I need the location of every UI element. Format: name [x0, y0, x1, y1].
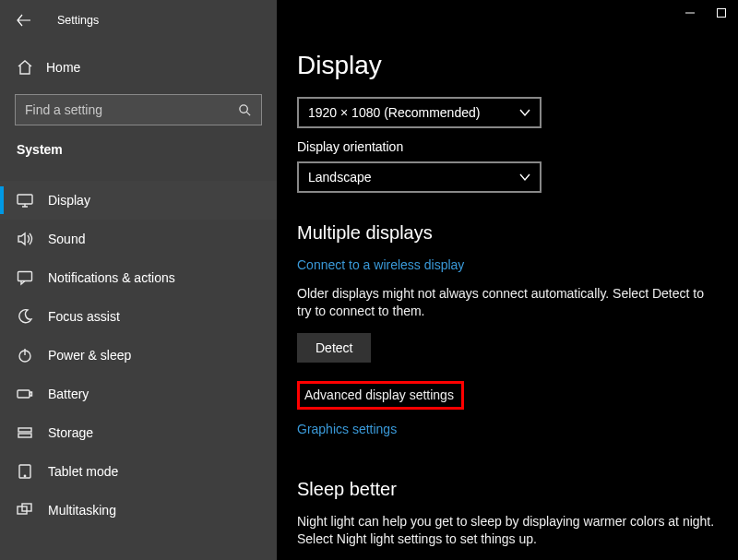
svg-rect-7 — [18, 434, 31, 437]
window-buttons — [684, 7, 727, 18]
orientation-value: Landscape — [308, 170, 372, 185]
nav-item-notifications[interactable]: Notifications & actions — [0, 258, 277, 297]
nav-label: Sound — [48, 232, 85, 246]
back-button[interactable] — [17, 13, 31, 28]
advanced-display-settings-link[interactable]: Advanced display settings — [297, 381, 464, 410]
nav-item-display[interactable]: Display — [0, 181, 277, 220]
nav-label: Battery — [48, 387, 89, 401]
chevron-down-icon — [519, 107, 530, 118]
search-input[interactable] — [25, 102, 238, 117]
titlebar: Settings — [0, 7, 277, 35]
maximize-button[interactable] — [716, 7, 727, 18]
nav-label: Notifications & actions — [48, 270, 175, 285]
nav-label: Storage — [48, 425, 93, 440]
nav-label: Power & sleep — [48, 348, 131, 363]
page-title: Display — [297, 51, 718, 80]
wireless-display-link[interactable]: Connect to a wireless display — [297, 257, 464, 272]
svg-rect-12 — [718, 9, 726, 18]
nav-item-multitasking[interactable]: Multitasking — [0, 491, 277, 530]
nav-list: Display Sound Notifications & actions Fo… — [0, 181, 277, 530]
nav-item-power-sleep[interactable]: Power & sleep — [0, 336, 277, 375]
category-title: System — [0, 138, 277, 164]
nav-label: Multitasking — [48, 503, 116, 518]
svg-point-0 — [240, 104, 247, 112]
resolution-dropdown[interactable]: 1920 × 1080 (Recommended) — [297, 97, 542, 128]
svg-point-9 — [24, 475, 25, 476]
speaker-icon — [17, 231, 33, 247]
search-icon — [238, 103, 252, 117]
nav-item-tablet-mode[interactable]: Tablet mode — [0, 452, 277, 491]
nav-item-storage[interactable]: Storage — [0, 413, 277, 452]
minimize-button[interactable] — [684, 7, 696, 18]
svg-rect-4 — [18, 390, 30, 398]
sleep-better-text: Night light can help you get to sleep by… — [297, 513, 718, 548]
nav-item-focus-assist[interactable]: Focus assist — [0, 297, 277, 336]
graphics-settings-link[interactable]: Graphics settings — [297, 422, 397, 436]
svg-rect-2 — [18, 272, 32, 281]
power-icon — [17, 347, 33, 363]
resolution-value: 1920 × 1080 (Recommended) — [308, 105, 480, 120]
monitor-icon — [17, 192, 33, 209]
battery-icon — [17, 386, 33, 402]
sidebar: Settings Home System Display Sound Notif… — [0, 0, 277, 560]
nav-label: Focus assist — [48, 309, 120, 324]
window-title: Settings — [57, 14, 99, 27]
multiple-displays-title: Multiple displays — [297, 222, 718, 244]
chevron-down-icon — [519, 172, 530, 183]
nav-label: Display — [48, 193, 90, 208]
chat-icon — [17, 269, 33, 286]
nav-label: Tablet mode — [48, 464, 118, 479]
search-box[interactable] — [15, 94, 262, 125]
home-nav[interactable]: Home — [0, 48, 277, 87]
older-displays-help: Older displays might not always connect … — [297, 285, 718, 320]
main-content: Display 1920 × 1080 (Recommended) Displa… — [277, 0, 738, 560]
detect-button[interactable]: Detect — [297, 333, 371, 363]
orientation-label: Display orientation — [297, 139, 718, 154]
svg-rect-1 — [18, 195, 32, 204]
home-icon — [17, 59, 33, 76]
orientation-dropdown[interactable]: Landscape — [297, 161, 542, 193]
moon-icon — [17, 308, 33, 325]
multitask-icon — [17, 502, 33, 518]
storage-icon — [17, 424, 33, 441]
svg-rect-6 — [18, 428, 31, 432]
tablet-icon — [17, 463, 33, 480]
nav-item-sound[interactable]: Sound — [0, 220, 277, 258]
nav-item-battery[interactable]: Battery — [0, 375, 277, 413]
home-label: Home — [46, 60, 80, 75]
svg-rect-5 — [30, 392, 32, 396]
sleep-better-title: Sleep better — [297, 479, 718, 500]
